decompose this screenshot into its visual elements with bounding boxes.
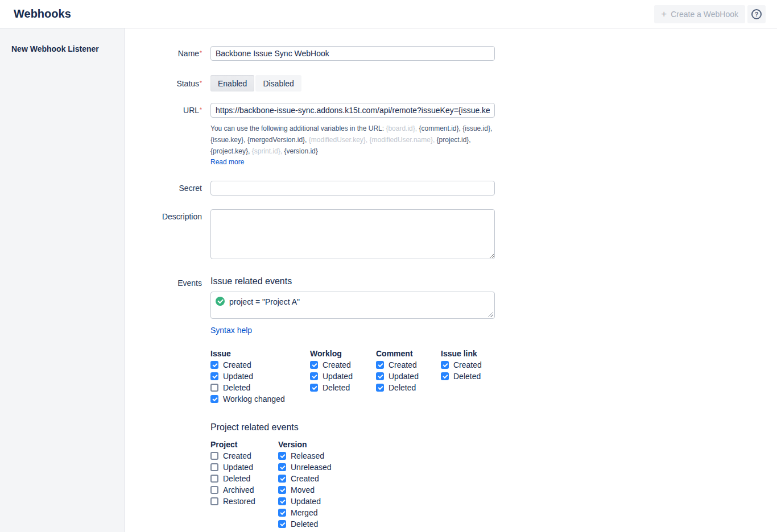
checkbox-row-project-restored[interactable]: Restored xyxy=(210,496,278,507)
checkbox-row-issue-deleted[interactable]: Deleted xyxy=(210,382,310,393)
question-mark-icon: ? xyxy=(751,9,762,19)
checkbox-checked-icon[interactable] xyxy=(441,372,449,380)
url-variable: {modifiedUser.key}, xyxy=(309,136,370,144)
checkbox-unchecked-icon[interactable] xyxy=(210,452,218,460)
checkbox-row-comment-updated[interactable]: Updated xyxy=(376,371,441,382)
event-group-version: VersionReleasedUnreleasedCreatedMovedUpd… xyxy=(278,439,369,530)
checkbox-checked-icon[interactable] xyxy=(310,372,318,380)
checkbox-checked-icon[interactable] xyxy=(310,384,318,392)
sidebar: New Webhook Listener xyxy=(0,28,125,532)
checkbox-row-comment-deleted[interactable]: Deleted xyxy=(376,382,441,393)
checkbox-label: Updated xyxy=(388,372,419,381)
event-group-worklog: WorklogCreatedUpdatedDeleted xyxy=(310,348,376,405)
checkbox-checked-icon[interactable] xyxy=(278,486,286,494)
checkbox-row-version-deleted[interactable]: Deleted xyxy=(278,518,369,530)
url-variable: {project.id}, xyxy=(437,136,471,144)
checkbox-checked-icon[interactable] xyxy=(278,509,286,517)
secret-label: Secret xyxy=(125,181,210,193)
checkbox-checked-icon[interactable] xyxy=(278,463,286,471)
url-variable: {version.id} xyxy=(284,147,317,155)
checkbox-checked-icon[interactable] xyxy=(278,452,286,460)
jql-query-field[interactable]: project = "Project A" xyxy=(210,292,495,319)
event-group-issue: IssueCreatedUpdatedDeletedWorklog change… xyxy=(210,348,310,405)
checkbox-unchecked-icon[interactable] xyxy=(210,463,218,471)
jql-query-text: project = "Project A" xyxy=(229,296,300,307)
checkbox-checked-icon[interactable] xyxy=(310,361,318,369)
issue-event-checkbox-groups: IssueCreatedUpdatedDeletedWorklog change… xyxy=(210,348,529,405)
checkbox-checked-icon[interactable] xyxy=(278,475,286,483)
required-asterisk: * xyxy=(200,80,202,86)
project-events-heading: Project related events xyxy=(210,422,529,433)
checkbox-row-issue-link-deleted[interactable]: Deleted xyxy=(441,371,509,382)
checkbox-row-project-created[interactable]: Created xyxy=(210,450,278,462)
checkbox-row-issue-updated[interactable]: Updated xyxy=(210,371,310,382)
checkbox-checked-icon[interactable] xyxy=(376,372,384,380)
checkbox-unchecked-icon[interactable] xyxy=(210,384,218,392)
url-help-prefix: You can use the following additional var… xyxy=(210,124,386,132)
checkbox-row-version-moved[interactable]: Moved xyxy=(278,484,369,496)
name-input[interactable] xyxy=(210,46,495,61)
help-button[interactable]: ? xyxy=(747,5,766,23)
project-event-checkbox-groups: ProjectCreatedUpdatedDeletedArchivedRest… xyxy=(210,439,529,530)
event-group-title: Issue xyxy=(210,348,310,359)
checkbox-unchecked-icon[interactable] xyxy=(210,475,218,483)
checkbox-row-project-archived[interactable]: Archived xyxy=(210,484,278,496)
status-enabled-button[interactable]: Enabled xyxy=(210,75,254,92)
page-layout: New Webhook Listener Name* Status* Enabl… xyxy=(0,28,777,532)
checkbox-checked-icon[interactable] xyxy=(278,520,286,528)
description-row: Description xyxy=(125,209,777,259)
sidebar-item-new-webhook-listener[interactable]: New Webhook Listener xyxy=(11,44,113,53)
syntax-help-link[interactable]: Syntax help xyxy=(210,326,252,335)
checkbox-row-version-released[interactable]: Released xyxy=(278,450,369,462)
checkbox-unchecked-icon[interactable] xyxy=(210,486,218,494)
checkbox-row-worklog-updated[interactable]: Updated xyxy=(310,371,376,382)
checkbox-label: Merged xyxy=(291,508,317,517)
checkbox-unchecked-icon[interactable] xyxy=(210,497,218,505)
checkbox-row-comment-created[interactable]: Created xyxy=(376,359,441,371)
checkbox-row-issue-worklog-changed[interactable]: Worklog changed xyxy=(210,393,310,405)
resize-handle[interactable] xyxy=(488,312,493,317)
status-disabled-button[interactable]: Disabled xyxy=(255,75,301,92)
checkbox-row-project-deleted[interactable]: Deleted xyxy=(210,473,278,484)
checkbox-label: Created xyxy=(323,360,351,369)
checkbox-checked-icon[interactable] xyxy=(278,497,286,505)
page-header: Webhooks + Create a WebHook ? xyxy=(0,0,777,28)
checkbox-row-version-created[interactable]: Created xyxy=(278,473,369,484)
checkbox-checked-icon[interactable] xyxy=(376,361,384,369)
checkbox-label: Created xyxy=(223,451,251,460)
checkbox-label: Deleted xyxy=(223,474,250,483)
checkbox-row-project-updated[interactable]: Updated xyxy=(210,462,278,473)
checkbox-label: Created xyxy=(453,360,482,369)
checkbox-row-issue-link-created[interactable]: Created xyxy=(441,359,509,371)
url-variable: {mergedVersion.id}, xyxy=(247,136,309,144)
checkbox-checked-icon[interactable] xyxy=(210,372,218,380)
checkbox-row-worklog-deleted[interactable]: Deleted xyxy=(310,382,376,393)
plus-icon: + xyxy=(661,9,667,19)
secret-input[interactable] xyxy=(210,181,495,196)
checkbox-label: Created xyxy=(291,474,319,483)
checkbox-row-issue-created[interactable]: Created xyxy=(210,359,310,371)
checkbox-checked-icon[interactable] xyxy=(210,395,218,403)
event-group-title: Issue link xyxy=(441,348,509,359)
event-group-title: Worklog xyxy=(310,348,376,359)
required-asterisk: * xyxy=(200,107,202,113)
name-row: Name* xyxy=(125,46,777,61)
checkbox-row-version-merged[interactable]: Merged xyxy=(278,507,369,518)
checkbox-label: Moved xyxy=(291,485,315,494)
url-input[interactable] xyxy=(210,103,495,118)
url-variable: {issue.id}, xyxy=(462,124,492,132)
read-more-link[interactable]: Read more xyxy=(210,157,244,167)
checkbox-checked-icon[interactable] xyxy=(210,361,218,369)
checkbox-checked-icon[interactable] xyxy=(376,384,384,392)
checkbox-label: Updated xyxy=(291,497,321,506)
create-webhook-button[interactable]: + Create a WebHook xyxy=(654,5,745,23)
checkbox-row-version-updated[interactable]: Updated xyxy=(278,496,369,507)
url-variable: {board.id}, xyxy=(386,124,419,132)
url-block: You can use the following additional var… xyxy=(210,103,495,167)
description-textarea[interactable] xyxy=(210,209,495,259)
checkbox-label: Deleted xyxy=(388,383,416,392)
checkbox-row-worklog-created[interactable]: Created xyxy=(310,359,376,371)
checkbox-row-version-unreleased[interactable]: Unreleased xyxy=(278,462,369,473)
url-row: URL* You can use the following additiona… xyxy=(125,103,777,167)
checkbox-checked-icon[interactable] xyxy=(441,361,449,369)
